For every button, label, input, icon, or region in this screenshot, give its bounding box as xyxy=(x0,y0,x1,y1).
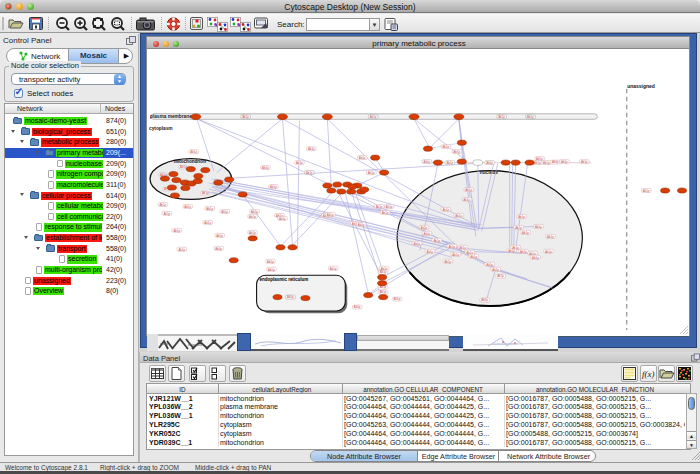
svg-text:Ab1p: Ab1p xyxy=(543,161,550,165)
svg-text:Ab1p: Ab1p xyxy=(532,256,539,260)
svg-text:Ab1p: Ab1p xyxy=(498,115,505,119)
svg-text:Ab1p: Ab1p xyxy=(423,160,430,164)
svg-text:Ab1p: Ab1p xyxy=(442,145,449,149)
svg-text:Ab1p: Ab1p xyxy=(518,215,525,219)
svg-text:Ab1p: Ab1p xyxy=(251,210,258,214)
svg-text:Ab1p: Ab1p xyxy=(481,298,488,302)
svg-text:Ab1p: Ab1p xyxy=(354,305,361,309)
svg-text:Ab1p: Ab1p xyxy=(643,189,650,193)
svg-text:Ab1p: Ab1p xyxy=(455,214,462,218)
svg-text:Ab1p: Ab1p xyxy=(536,157,543,161)
svg-text:Ab1p: Ab1p xyxy=(463,198,470,202)
svg-text:Ab1p: Ab1p xyxy=(414,242,421,246)
svg-text:Ab1p: Ab1p xyxy=(423,232,430,236)
svg-text:Ab1p: Ab1p xyxy=(249,215,256,219)
svg-text:Ab1p: Ab1p xyxy=(446,161,453,165)
svg-text:Ab1p: Ab1p xyxy=(444,260,451,264)
svg-text:f(x): f(x) xyxy=(642,369,655,379)
svg-text:Ab1p: Ab1p xyxy=(279,217,286,221)
svg-text:Ab1p: Ab1p xyxy=(527,115,534,119)
svg-text:Ab1p: Ab1p xyxy=(380,285,387,289)
svg-text:Ab1p: Ab1p xyxy=(190,150,197,154)
svg-text:Ab1p: Ab1p xyxy=(433,239,440,243)
svg-text:Ab1p: Ab1p xyxy=(202,191,209,195)
svg-text:Ab1p: Ab1p xyxy=(545,250,552,254)
svg-text:Ab1p: Ab1p xyxy=(376,205,383,209)
svg-text:Ab1p: Ab1p xyxy=(359,156,366,160)
svg-text:Ab1p: Ab1p xyxy=(426,250,433,254)
svg-text:Ab1p: Ab1p xyxy=(370,115,377,119)
svg-text:Ab1p: Ab1p xyxy=(215,247,222,251)
svg-text:Ab1p: Ab1p xyxy=(163,212,170,216)
svg-text:Ab1p: Ab1p xyxy=(465,188,472,192)
svg-text:Ab1p: Ab1p xyxy=(552,160,559,164)
svg-text:Ab1p: Ab1p xyxy=(382,211,389,215)
svg-text:mitochondrion: mitochondrion xyxy=(174,159,206,164)
svg-text:Ab1p: Ab1p xyxy=(308,147,315,151)
svg-text:Ab1p: Ab1p xyxy=(380,290,387,294)
svg-text:endoplasmic reticulum: endoplasmic reticulum xyxy=(260,277,309,282)
svg-text:Ab1p: Ab1p xyxy=(420,226,427,230)
svg-text:Ab1p: Ab1p xyxy=(394,297,401,301)
svg-text:Ab1p: Ab1p xyxy=(270,185,277,189)
svg-text:Ab1p: Ab1p xyxy=(522,231,529,235)
svg-text:Ab1p: Ab1p xyxy=(184,205,191,209)
svg-text:Ab1p: Ab1p xyxy=(386,205,393,209)
svg-text:Ab1p: Ab1p xyxy=(535,225,542,229)
svg-text:cytoplasm: cytoplasm xyxy=(149,126,173,131)
svg-text:Ab1p: Ab1p xyxy=(306,171,313,175)
svg-text:Ab1p: Ab1p xyxy=(486,161,493,165)
svg-text:Ab1p: Ab1p xyxy=(380,271,387,275)
svg-text:Ab1p: Ab1p xyxy=(173,229,180,233)
svg-text:Ab1p: Ab1p xyxy=(492,268,499,272)
svg-text:Ab1p: Ab1p xyxy=(216,234,223,238)
svg-text:Ab1p: Ab1p xyxy=(159,203,166,207)
svg-text:Ab1p: Ab1p xyxy=(178,248,185,252)
svg-text:Ab1p: Ab1p xyxy=(515,226,522,230)
svg-text:Ab1p: Ab1p xyxy=(287,295,294,299)
svg-text:Ab1p: Ab1p xyxy=(520,250,527,254)
svg-text:Ab1p: Ab1p xyxy=(442,208,449,212)
svg-text:Ab1p: Ab1p xyxy=(534,161,541,165)
svg-text:Ab1p: Ab1p xyxy=(262,166,269,170)
svg-text:unassigned: unassigned xyxy=(627,83,655,89)
svg-text:Ab1p: Ab1p xyxy=(242,115,249,119)
svg-text:Ab1p: Ab1p xyxy=(358,223,365,227)
svg-text:Ab1p: Ab1p xyxy=(249,231,256,235)
svg-text:Ab1p: Ab1p xyxy=(368,171,375,175)
svg-text:Ab1p: Ab1p xyxy=(204,221,211,225)
svg-text:Ab1p: Ab1p xyxy=(330,267,337,271)
svg-text:Ab1p: Ab1p xyxy=(581,160,588,164)
svg-text:Ab1p: Ab1p xyxy=(561,160,568,164)
svg-text:Ab1p: Ab1p xyxy=(327,213,334,217)
svg-text:Ab1p: Ab1p xyxy=(206,207,213,211)
svg-text:Ab1p: Ab1p xyxy=(486,263,493,267)
svg-text:Ab1p: Ab1p xyxy=(268,268,275,272)
svg-text:Ab1p: Ab1p xyxy=(512,246,519,250)
svg-text:Ab1p: Ab1p xyxy=(453,150,460,154)
svg-text:plasma membrane: plasma membrane xyxy=(150,114,192,119)
svg-text:Ab1p: Ab1p xyxy=(221,210,228,214)
svg-text:Ab1p: Ab1p xyxy=(547,235,554,239)
svg-text:Ab1p: Ab1p xyxy=(452,253,459,257)
svg-text:Ab1p: Ab1p xyxy=(267,260,274,264)
svg-text:Ab1p: Ab1p xyxy=(459,246,466,250)
svg-text:Ab1p: Ab1p xyxy=(470,255,477,259)
svg-text:Ab1p: Ab1p xyxy=(497,274,504,278)
svg-text:Ab1p: Ab1p xyxy=(448,245,455,249)
svg-text:Ab1p: Ab1p xyxy=(296,161,303,165)
